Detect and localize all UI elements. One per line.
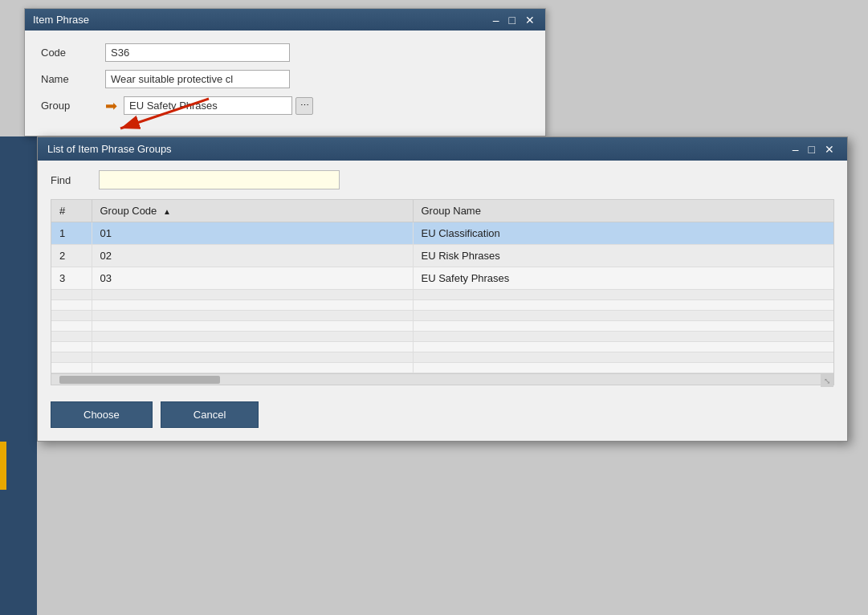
group-input-wrapper: ➡ ⋯: [105, 96, 313, 115]
table-row[interactable]: 3 03 EU Safety Phrases: [51, 267, 833, 290]
resize-icon: ⤡: [821, 374, 833, 387]
item-phrase-close-button[interactable]: ✕: [523, 14, 537, 26]
cell-group-code: 03: [92, 267, 413, 290]
table-row[interactable]: 2 02 EU Risk Phrases: [51, 245, 833, 267]
name-label: Name: [41, 73, 105, 85]
code-row: Code: [41, 43, 529, 62]
col-header-num: #: [51, 200, 92, 222]
sidebar-strip: [0, 136, 37, 615]
cell-group-name: EU Classification: [413, 222, 833, 245]
item-phrase-content: Code Name Group ➡ ⋯: [25, 31, 545, 136]
code-label: Code: [41, 47, 105, 59]
group-table: # Group Code ▲ Group Name 1 01 EU Classi…: [51, 200, 833, 373]
list-maximize-button[interactable]: □: [805, 144, 818, 155]
cell-group-name: EU Risk Phrases: [413, 245, 833, 267]
list-minimize-button[interactable]: –: [789, 144, 802, 155]
cell-group-code: 01: [92, 222, 413, 245]
table-row-empty: [51, 332, 833, 342]
cancel-button[interactable]: Cancel: [161, 401, 259, 428]
find-label: Find: [51, 174, 91, 186]
cell-group-name: EU Safety Phrases: [413, 267, 833, 290]
table-row-empty: [51, 290, 833, 300]
cell-num: 3: [51, 267, 92, 290]
scrollbar-thumb[interactable]: [59, 376, 220, 384]
group-label: Group: [41, 100, 105, 112]
choose-button[interactable]: Choose: [51, 401, 153, 428]
sort-icon: ▲: [163, 207, 171, 216]
list-dialog-title: List of Item Phrase Groups: [47, 143, 172, 155]
cell-group-code: 02: [92, 245, 413, 267]
item-phrase-title: Item Phrase: [33, 14, 89, 26]
name-row: Name: [41, 70, 529, 88]
item-phrase-minimize-button[interactable]: –: [491, 14, 502, 26]
group-input[interactable]: [124, 96, 292, 115]
find-row: Find: [51, 170, 834, 189]
table-body: 1 01 EU Classification 2 02 EU Risk Phra…: [51, 222, 833, 373]
table-header: # Group Code ▲ Group Name: [51, 200, 833, 222]
list-close-button[interactable]: ✕: [821, 144, 837, 155]
cell-num: 2: [51, 245, 92, 267]
table-row-empty: [51, 352, 833, 363]
col-header-group-name: Group Name: [413, 200, 833, 222]
horizontal-scrollbar[interactable]: ⤡: [51, 373, 833, 385]
list-dialog-titlebar: List of Item Phrase Groups – □ ✕: [38, 137, 847, 161]
table-row-empty: [51, 311, 833, 321]
list-title-controls: – □ ✕: [789, 144, 837, 155]
item-phrase-titlebar: Item Phrase – □ ✕: [25, 9, 545, 31]
name-input[interactable]: [105, 70, 290, 88]
table-row-empty: [51, 321, 833, 332]
list-dialog-body: Find # Group Code ▲ Group Name 1: [38, 161, 847, 441]
find-input[interactable]: [99, 170, 340, 189]
item-phrase-title-controls: – □ ✕: [491, 14, 537, 26]
item-phrase-window: Item Phrase – □ ✕ Code Name Group ➡ ⋯: [24, 8, 546, 136]
group-browse-button[interactable]: ⋯: [295, 97, 313, 115]
table-row-empty: [51, 342, 833, 352]
code-input[interactable]: [105, 43, 290, 62]
col-header-group-code[interactable]: Group Code ▲: [92, 200, 413, 222]
item-phrase-maximize-button[interactable]: □: [507, 14, 518, 26]
table-row-empty: [51, 300, 833, 311]
table-row[interactable]: 1 01 EU Classification: [51, 222, 833, 245]
sidebar-yellow-bar: [0, 442, 6, 490]
cell-num: 1: [51, 222, 92, 245]
list-dialog: List of Item Phrase Groups – □ ✕ Find # …: [37, 136, 848, 442]
table-row-empty: [51, 363, 833, 373]
group-arrow-icon: ➡: [105, 97, 117, 115]
group-row: Group ➡ ⋯: [41, 96, 529, 115]
table-wrapper: # Group Code ▲ Group Name 1 01 EU Classi…: [51, 199, 834, 385]
dialog-footer: Choose Cancel: [51, 393, 834, 431]
